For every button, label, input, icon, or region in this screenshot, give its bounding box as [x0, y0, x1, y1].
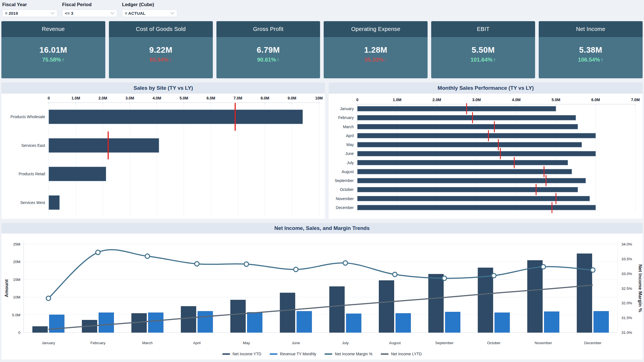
filter-bar: Fiscal Year = 2019 Fiscal Period <= 3 Le… — [0, 0, 644, 18]
kpi-title: Operating Expense — [324, 21, 428, 37]
kpi-title: Gross Profit — [216, 21, 320, 37]
ledger-select[interactable]: = ACTUAL — [122, 9, 177, 17]
bar-january — [357, 106, 556, 111]
legend-item-net-income-ytd[interactable]: Net Income YTD — [222, 352, 261, 356]
up-arrow-icon: ↑ — [493, 57, 496, 63]
bar-net-income-ytd-may — [231, 300, 246, 332]
svg-text:April: April — [346, 133, 354, 138]
marker-net-income-margin-september — [442, 276, 447, 281]
kpi-delta: 106.54%↑ — [578, 57, 603, 63]
bar-revenue-ty-monthly-june — [297, 311, 312, 332]
kpi-card-net-income[interactable]: Net Income 5.38M 106.54%↑ — [539, 21, 643, 78]
bar-net-income-ytd-december — [577, 254, 592, 332]
svg-text:March: March — [142, 341, 153, 345]
svg-text:6.0M: 6.0M — [591, 98, 600, 102]
svg-text:3.0M: 3.0M — [125, 96, 134, 100]
legend-swatch — [222, 353, 230, 355]
svg-text:32.5%: 32.5% — [621, 286, 632, 291]
svg-text:5.0M: 5.0M — [179, 96, 188, 100]
svg-text:May: May — [347, 142, 354, 147]
sales-by-site-title: Sales by Site (TY vs LY) — [134, 85, 193, 91]
svg-text:2.0M: 2.0M — [433, 98, 441, 102]
svg-text:5.0M: 5.0M — [12, 313, 20, 317]
legend-swatch — [270, 353, 277, 355]
kpi-card-revenue[interactable]: Revenue 16.01M 75.58%↑ — [1, 21, 105, 78]
kpi-card-gross-profit[interactable]: Gross Profit 6.79M 90.61%↑ — [216, 21, 320, 78]
legend-item-net-income-margin[interactable]: Net Income Margin % — [325, 352, 372, 356]
kpi-delta: 75.58%↑ — [42, 57, 64, 63]
svg-text:July: July — [347, 161, 354, 165]
svg-text:April: April — [193, 341, 201, 345]
sales-by-site-chart[interactable]: 01.0M2.0M3.0M4.0M5.0M6.0M7.0M8.0M9.0M10M… — [1, 94, 325, 219]
svg-text:January: January — [340, 106, 354, 111]
fiscal-period-select[interactable]: <= 3 — [62, 9, 117, 17]
svg-text:31.5%: 31.5% — [621, 316, 632, 320]
kpi-value: 6.79M — [257, 45, 280, 55]
svg-text:10M: 10M — [13, 295, 20, 299]
kpi-card-ebit[interactable]: EBIT 5.50M 101.64%↑ — [431, 21, 535, 78]
fiscal-period-value: <= 3 — [65, 11, 73, 16]
svg-text:August: August — [389, 341, 401, 345]
bar-august — [357, 169, 572, 174]
legend-swatch — [325, 353, 332, 355]
svg-text:March: March — [343, 125, 354, 129]
marker-net-income-margin-august — [393, 272, 397, 277]
kpi-card-cogs[interactable]: Cost of Goods Sold 9.22M 65.94%↑ — [109, 21, 213, 78]
svg-text:October: October — [340, 187, 354, 192]
svg-text:7.0M: 7.0M — [233, 96, 242, 100]
up-arrow-icon: ↑ — [62, 57, 64, 63]
kpi-card-operating-expense[interactable]: Operating Expense 1.28M 55.33%↑ — [324, 21, 428, 78]
bar-september — [357, 178, 586, 183]
kpi-value: 16.01M — [40, 45, 67, 55]
up-arrow-icon: ↑ — [601, 57, 603, 63]
svg-text:33.0%: 33.0% — [621, 272, 632, 276]
bar-revenue-ty-monthly-february — [99, 313, 114, 332]
marker-net-income-margin-january — [46, 296, 51, 300]
marker-net-income-margin-february — [96, 250, 100, 255]
svg-text:32.0%: 32.0% — [621, 301, 632, 305]
svg-text:0: 0 — [18, 331, 20, 335]
svg-text:0: 0 — [357, 98, 359, 102]
trends-chart[interactable]: 05.0M10M15M20M25M31.0%31.5%32.0%32.5%33.… — [1, 234, 643, 351]
bar-products-wholesale — [49, 110, 303, 124]
kpi-value: 5.38M — [579, 45, 602, 55]
bar-march — [357, 124, 578, 129]
marker-net-income-margin-november — [541, 264, 546, 269]
bar-may — [357, 142, 582, 147]
marker-net-income-margin-june — [294, 267, 298, 272]
bar-net-income-ytd-november — [528, 260, 543, 332]
y2-axis-title: Net Income Margin % — [638, 264, 643, 312]
svg-text:9.0M: 9.0M — [287, 96, 296, 100]
filter-fiscal-year: Fiscal Year = 2019 — [2, 1, 57, 17]
up-arrow-icon: ↑ — [384, 57, 387, 63]
svg-text:February: February — [90, 341, 105, 345]
marker-net-income-margin-may — [244, 262, 249, 266]
sales-by-site-panel: Sales by Site (TY vs LY) 01.0M2.0M3.0M4.… — [1, 82, 325, 219]
svg-text:7.0M: 7.0M — [631, 98, 640, 102]
marker-net-income-margin-october — [492, 273, 496, 278]
svg-text:20M: 20M — [13, 260, 20, 264]
svg-text:0: 0 — [48, 96, 50, 100]
marker-net-income-margin-april — [195, 262, 199, 266]
bar-revenue-ty-monthly-september — [445, 312, 460, 332]
monthly-sales-panel: Monthly Sales Performance (TY vs LY) 01.… — [329, 82, 643, 219]
svg-text:July: July — [342, 341, 349, 345]
bar-december — [357, 205, 596, 210]
bar-net-income-ytd-august — [379, 281, 394, 332]
line-net-income-lytd — [48, 285, 593, 329]
chevron-down-icon — [50, 12, 55, 14]
fiscal-year-select[interactable]: = 2019 — [2, 9, 57, 17]
bar-revenue-ty-monthly-march — [148, 313, 163, 332]
monthly-sales-chart[interactable]: 01.0M2.0M3.0M4.0M5.0M6.0M7.0MJanuaryFebr… — [329, 94, 643, 219]
kpi-title: Cost of Goods Sold — [109, 21, 213, 37]
legend-item-net-income-lytd[interactable]: Net Income LYTD — [381, 352, 422, 356]
up-arrow-icon: ↑ — [277, 57, 279, 63]
svg-text:November: November — [336, 196, 354, 201]
svg-text:4.0M: 4.0M — [152, 96, 161, 100]
legend-item-revenue-ty-monthly[interactable]: Revenue TY Monthly — [270, 352, 316, 356]
kpi-row: Revenue 16.01M 75.58%↑ Cost of Goods Sol… — [0, 18, 644, 78]
chevron-down-icon — [110, 12, 114, 14]
bar-april — [357, 133, 596, 138]
bar-services-east — [49, 138, 159, 152]
ledger-value: = ACTUAL — [125, 11, 145, 16]
